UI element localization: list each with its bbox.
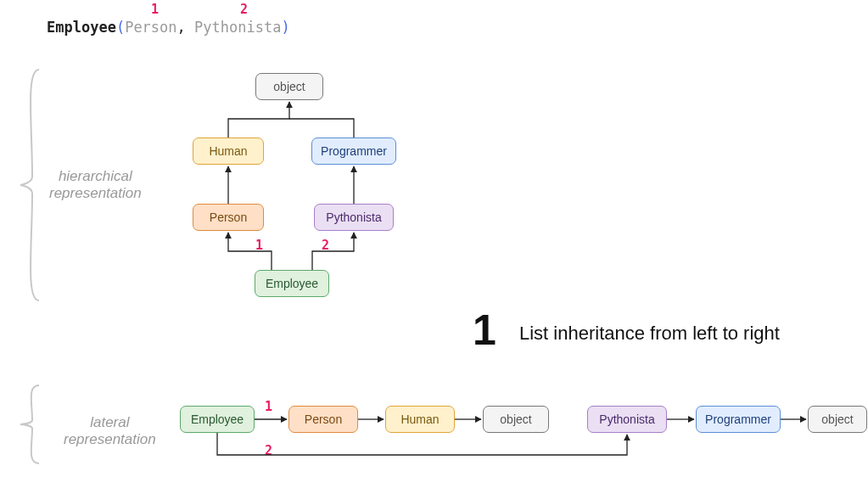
- hierarchical-word-1: hierarchical: [59, 168, 132, 184]
- comma: ,: [177, 19, 186, 36]
- lateral-word-1: lateral: [90, 414, 129, 430]
- l-anno-1: 1: [265, 399, 272, 414]
- brace-lateral: [17, 382, 44, 467]
- l-node-object-2: object: [808, 406, 867, 433]
- open-paren: (: [116, 19, 125, 36]
- node-object-top: object: [255, 73, 323, 100]
- node-pythonista: Pythonista: [314, 204, 394, 231]
- h-anno-2: 2: [322, 238, 329, 253]
- node-human-label: Human: [209, 144, 247, 158]
- l-node-object-1: object: [483, 406, 549, 433]
- node-human: Human: [193, 137, 264, 165]
- code-class: Employee: [47, 19, 116, 36]
- h-anno-1: 1: [255, 238, 263, 253]
- close-paren: ): [281, 19, 289, 36]
- node-programmer-label: Programmer: [321, 144, 387, 158]
- node-employee-label: Employee: [266, 277, 318, 290]
- node-pythonista-label: Pythonista: [326, 210, 381, 224]
- node-employee: Employee: [255, 270, 329, 297]
- node-programmer: Programmer: [311, 137, 396, 165]
- l-node-pythonista: Pythonista: [587, 406, 667, 433]
- node-person-label: Person: [210, 210, 247, 224]
- l-node-person: Person: [288, 406, 358, 433]
- code-line: Employee(Person, Pythonista): [47, 19, 290, 36]
- hierarchical-word-2: representation: [49, 185, 142, 201]
- brace-hierarchical: [17, 66, 44, 304]
- code-arg-1: Person: [125, 19, 176, 36]
- headline-number: 1: [473, 306, 496, 355]
- node-object-label: object: [273, 80, 305, 93]
- code-arg-2: Pythonista: [194, 19, 281, 36]
- l-node-employee: Employee: [180, 406, 255, 433]
- l-employee-label: Employee: [191, 412, 244, 426]
- lateral-word-2: representation: [64, 431, 156, 447]
- headline-text: List inheritance from left to right: [519, 323, 780, 345]
- label-lateral: lateral representation: [64, 414, 156, 449]
- l-human-label: Human: [400, 412, 439, 426]
- code-anno-1: 1: [151, 2, 159, 17]
- l-anno-2: 2: [265, 443, 272, 458]
- l-object1-label: object: [500, 412, 531, 426]
- label-hierarchical: hierarchical representation: [49, 168, 142, 203]
- code-anno-2: 2: [240, 2, 248, 17]
- node-person: Person: [193, 204, 264, 231]
- l-pythonista-label: Pythonista: [599, 412, 654, 426]
- l-node-human: Human: [385, 406, 455, 433]
- l-person-label: Person: [305, 412, 342, 426]
- l-object2-label: object: [821, 412, 853, 426]
- l-node-programmer: Programmer: [696, 406, 781, 433]
- l-programmer-label: Programmer: [705, 412, 771, 426]
